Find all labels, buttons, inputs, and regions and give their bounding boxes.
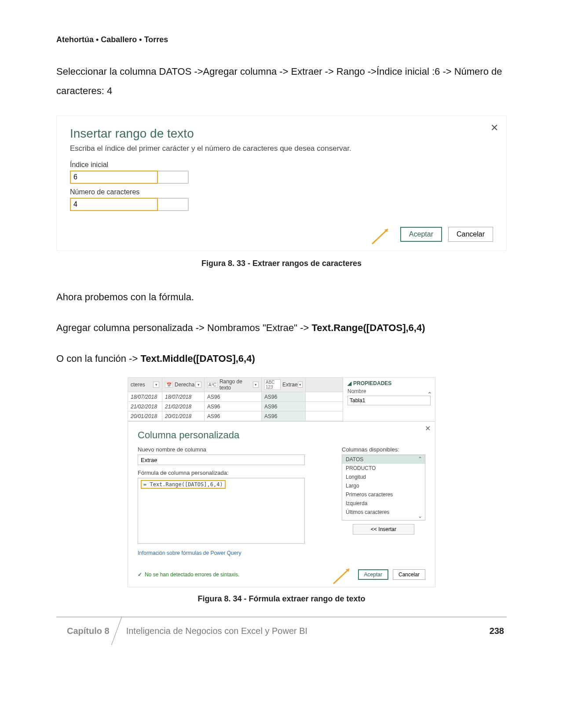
column-name-label: Nuevo nombre de columna (138, 446, 329, 453)
list-item[interactable]: PRODUCTO (342, 464, 425, 473)
close-icon[interactable]: ✕ (490, 122, 498, 134)
paragraph-3-text: Agregar columna personalizada -> Nombram… (56, 322, 312, 333)
chevron-down-icon[interactable]: ▾ (195, 382, 201, 388)
cell: 18/07/2018 (162, 392, 205, 401)
any-type-icon: ABC 123 (264, 379, 281, 390)
chevron-down-icon[interactable]: ▾ (253, 382, 259, 388)
cancel-button[interactable]: Cancelar (393, 569, 425, 580)
paragraph-3-bold: Text.Range([DATOS],6,4) (312, 322, 425, 333)
table-row[interactable]: 20/01/2018 20/01/2018 AS96 AS96 (128, 411, 343, 421)
available-columns-list[interactable]: DATOS PRODUCTO Longitud Largo Primeros c… (342, 455, 425, 521)
table-row[interactable]: 21/02/2018 21/02/2018 AS96 AS96 (128, 402, 343, 411)
list-item[interactable]: Largo (342, 481, 425, 490)
scrollbar[interactable]: ⌃ ⌄ (416, 455, 424, 520)
syntax-ok-message: No se han detectado errores de sintaxis. (138, 571, 239, 578)
svg-line-0 (369, 229, 391, 244)
cell: 21/02/2018 (128, 402, 162, 411)
dialog-custom-column: cteres▾ 📅Derecha▾ AᴮCRango de texto▾ ABC… (128, 377, 435, 587)
formula-text: = Text.Range([DATOS],6,4) (141, 480, 226, 489)
scroll-up-icon[interactable]: ⌃ (427, 391, 432, 398)
dialog-title: Insertar rango de texto (70, 127, 493, 141)
date-type-icon: 📅 (165, 382, 173, 388)
cell: 20/01/2018 (128, 411, 162, 421)
dialog-title: Columna personalizada (138, 430, 425, 441)
paragraph-4-text: O con la función -> (56, 353, 140, 364)
insert-button[interactable]: << Insertar (353, 524, 414, 535)
cell: AS96 (205, 392, 262, 401)
col-header-rango[interactable]: AᴮCRango de texto▾ (205, 378, 262, 392)
close-icon[interactable]: ✕ (425, 424, 431, 433)
cell: AS96 (262, 392, 306, 401)
start-index-label: Índice inicial (70, 161, 493, 169)
dialog-insert-text-range: ✕ Insertar rango de texto Escriba el índ… (56, 116, 507, 251)
start-index-input[interactable] (70, 171, 158, 184)
start-index-ext (158, 171, 189, 184)
page-header-authors: Atehortúa • Caballero • Torres (56, 35, 507, 44)
paragraph-3: Agregar columna personalizada -> Nombram… (56, 318, 507, 338)
properties-pane: ◢PROPIEDADES Nombre ⌃ (343, 378, 435, 421)
list-item[interactable]: Izquierda (342, 499, 425, 508)
page-number: 238 (487, 617, 507, 645)
col-header-derecha[interactable]: 📅Derecha▾ (162, 378, 205, 392)
preview-table: cteres▾ 📅Derecha▾ AᴮCRango de texto▾ ABC… (128, 378, 343, 421)
formula-label: Fórmula de columna personalizada: (138, 470, 329, 476)
chapter-label: Capítulo 8 (56, 617, 122, 645)
figure-caption-1: Figura 8. 33 - Extraer rangos de caracte… (56, 259, 507, 268)
cell: 20/01/2018 (162, 411, 205, 421)
table-header-row: cteres▾ 📅Derecha▾ AᴮCRango de texto▾ ABC… (128, 378, 343, 392)
cell: AS96 (205, 411, 262, 421)
char-count-label: Número de caracteres (70, 188, 493, 196)
cell: AS96 (262, 411, 306, 421)
chevron-down-icon[interactable]: ▾ (298, 382, 303, 388)
accept-button[interactable]: Aceptar (400, 227, 442, 242)
annotation-arrow-icon (329, 568, 355, 583)
cell: 18/07/2018 (128, 392, 162, 401)
annotation-arrow-icon (368, 229, 394, 244)
page-footer: Capítulo 8 Inteligencia de Negocios con … (56, 617, 507, 645)
col-header-extrae[interactable]: ABC 123Extrae▾ (262, 378, 306, 392)
paragraph-4: O con la función -> Text.Middle([DATOS],… (56, 349, 507, 368)
cell: 21/02/2018 (162, 402, 205, 411)
cancel-button[interactable]: Cancelar (448, 227, 493, 242)
char-count-input[interactable] (70, 198, 158, 211)
table-row[interactable]: 18/07/2018 18/07/2018 AS96 AS96 (128, 392, 343, 402)
paragraph-2: Ahora probemos con la fórmula. (56, 288, 507, 307)
properties-title: ◢PROPIEDADES (347, 380, 431, 386)
cell: AS96 (205, 402, 262, 411)
dialog-subtitle: Escriba el índice del primer carácter y … (70, 144, 493, 153)
scroll-up-icon[interactable]: ⌃ (418, 456, 422, 462)
text-type-icon: AᴮC (207, 382, 218, 388)
list-item[interactable]: DATOS (342, 455, 425, 464)
column-name-input[interactable] (138, 455, 305, 465)
formula-textarea[interactable]: = Text.Range([DATOS],6,4) (138, 478, 305, 544)
power-query-info-link[interactable]: Información sobre fórmulas de Power Quer… (138, 550, 329, 556)
figure-caption-2: Figura 8. 34 - Fórmula extraer rango de … (56, 594, 507, 604)
cell: AS96 (262, 402, 306, 411)
list-item[interactable]: Últimos caracteres (342, 508, 425, 517)
list-item[interactable]: Longitud (342, 473, 425, 481)
scroll-down-icon[interactable]: ⌄ (418, 513, 422, 519)
col-header-cteres[interactable]: cteres▾ (128, 378, 162, 392)
book-title: Inteligencia de Negocios con Excel y Pow… (122, 617, 487, 645)
paragraph-4-bold: Text.Middle([DATOS],6,4) (140, 353, 255, 364)
list-item[interactable]: Primeros caracteres (342, 490, 425, 499)
name-label: Nombre (347, 388, 431, 394)
chevron-down-icon[interactable]: ▾ (153, 382, 159, 388)
table-name-input[interactable] (347, 396, 431, 405)
accept-button[interactable]: Aceptar (358, 569, 388, 580)
paragraph-1: Seleccionar la columna DATOS ->Agregar c… (56, 62, 507, 101)
char-count-ext (158, 198, 189, 211)
available-columns-label: Columnas disponibles: (342, 446, 425, 453)
